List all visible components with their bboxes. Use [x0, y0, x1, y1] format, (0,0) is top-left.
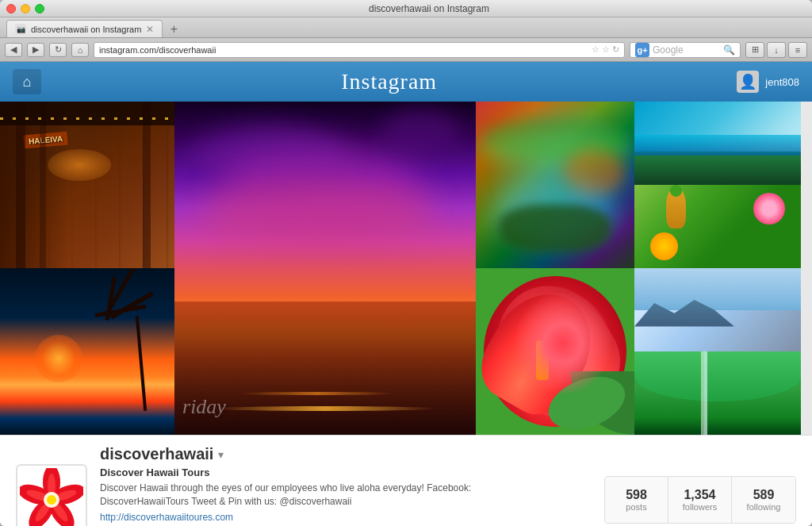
minimize-button[interactable]	[21, 4, 30, 13]
profile-full-name: Discover Hawaii Tours	[100, 466, 592, 478]
search-magnifier-icon: 🔍	[723, 44, 735, 56]
posts-label: posts	[626, 502, 646, 512]
profile-avatar-image	[20, 468, 83, 526]
stats-box: 598 posts 1,354 followers 589 following	[604, 476, 796, 524]
search-input[interactable]: g+ Google 🔍	[630, 42, 741, 58]
profile-name-row: discoverhawaii ▾	[100, 445, 592, 463]
following-count: 589	[753, 488, 775, 502]
profile-bio: Discover Hawaii through the eyes of our …	[100, 482, 481, 509]
download-button[interactable]: ↓	[767, 42, 786, 58]
profile-handle: discoverhawaii	[100, 445, 213, 463]
url-text: instagram.com/discoverhawaii	[99, 45, 216, 55]
avatar-icon: 👤	[739, 73, 756, 90]
bookmark-icon: ☆	[592, 44, 599, 55]
user-area: 👤 jent808	[737, 71, 799, 93]
reload-button[interactable]: ↻	[49, 43, 67, 57]
tab-bar: 📷 discoverhawaii on Instagram ✕ +	[0, 17, 812, 38]
url-icons: ☆ ☆ ↻	[592, 44, 619, 55]
search-placeholder: Google	[653, 44, 684, 56]
stat-following: 589 following	[732, 477, 795, 523]
toolbar-icons: ⊞ ↓ ≡	[745, 42, 807, 58]
logged-in-username[interactable]: jent808	[765, 76, 799, 88]
posts-count: 598	[626, 488, 647, 502]
title-bar: discoverhawaii on Instagram	[0, 0, 812, 17]
svg-point-11	[47, 495, 56, 505]
photo-cell-4[interactable]	[476, 102, 634, 268]
google-icon: g+	[635, 43, 649, 57]
following-label: following	[747, 502, 781, 512]
traffic-lights	[6, 4, 44, 13]
profile-link[interactable]: http://discoverhawaiitoures.com	[100, 512, 592, 523]
close-button[interactable]	[6, 4, 16, 13]
back-button[interactable]: ◀	[5, 43, 22, 57]
stat-posts: 598 posts	[605, 477, 668, 523]
stat-followers: 1,354 followers	[668, 477, 732, 523]
home-icon: ⌂	[23, 74, 32, 90]
tab-label: discoverhawaii on Instagram	[31, 25, 141, 34]
profile-verified-icon: ▾	[218, 448, 224, 461]
followers-label: followers	[683, 502, 717, 512]
active-tab[interactable]: 📷 discoverhawaii on Instagram ✕	[6, 20, 163, 37]
forward-button[interactable]: ▶	[27, 43, 44, 57]
window-title: discoverhawaii on Instagram	[52, 3, 806, 14]
browser-window: discoverhawaii on Instagram 📷 discoverha…	[0, 0, 812, 526]
ig-home-button[interactable]: ⌂	[13, 69, 41, 94]
photo-cell-1[interactable]: HALEIVA	[0, 102, 174, 268]
photo-cell-2[interactable]: riday	[174, 102, 476, 435]
user-avatar[interactable]: 👤	[737, 71, 759, 93]
photo-cell-7[interactable]	[634, 268, 801, 435]
extensions-button[interactable]: ⊞	[745, 42, 764, 58]
refresh-icon: ↻	[612, 44, 619, 55]
instagram-header: ⌂ Instagram 👤 jent808	[0, 62, 812, 102]
instagram-logo: Instagram	[41, 69, 737, 94]
tab-favicon: 📷	[15, 24, 26, 35]
bookmark2-icon: ☆	[602, 44, 610, 55]
profile-section: discoverhawaii ▾ Discover Hawaii Tours D…	[0, 435, 812, 526]
photo-grid: HALEIVA	[0, 102, 812, 435]
photo-cell-6[interactable]	[634, 102, 801, 268]
maximize-button[interactable]	[35, 4, 44, 13]
url-input[interactable]: instagram.com/discoverhawaii ☆ ☆ ↻	[94, 42, 625, 58]
profile-avatar	[16, 464, 87, 526]
new-tab-button[interactable]: +	[166, 21, 182, 37]
menu-button[interactable]: ≡	[788, 42, 807, 58]
photo-cell-3[interactable]	[0, 268, 174, 435]
followers-count: 1,354	[684, 488, 715, 502]
profile-info: discoverhawaii ▾ Discover Hawaii Tours D…	[100, 445, 592, 526]
home-button[interactable]: ⌂	[71, 43, 89, 57]
tab-close-button[interactable]: ✕	[146, 24, 154, 35]
photo-cell-5[interactable]	[476, 268, 634, 435]
address-bar: ◀ ▶ ↻ ⌂ instagram.com/discoverhawaii ☆ ☆…	[0, 38, 812, 62]
